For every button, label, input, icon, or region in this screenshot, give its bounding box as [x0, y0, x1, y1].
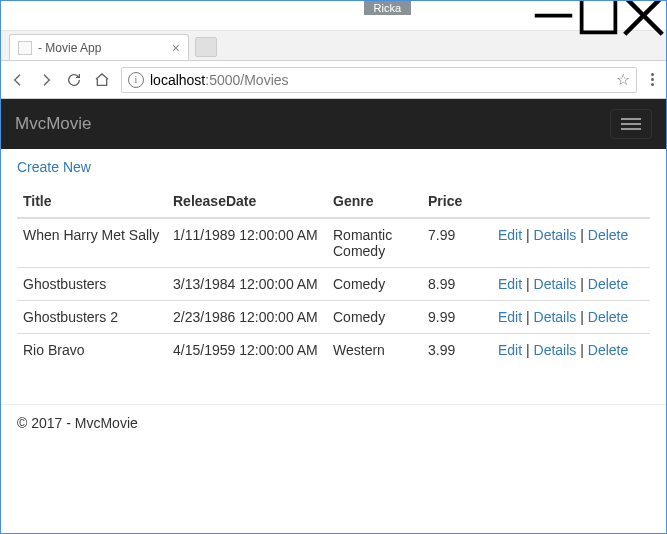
cell-price: 9.99	[422, 301, 492, 334]
forward-button[interactable]	[37, 71, 55, 89]
edit-link[interactable]: Edit	[498, 309, 522, 325]
cell-price: 7.99	[422, 218, 492, 268]
browser-toolbar: i localhost:5000/Movies ☆	[1, 61, 666, 99]
table-row: Rio Bravo4/15/1959 12:00:00 AMWestern3.9…	[17, 334, 650, 367]
home-button[interactable]	[93, 71, 111, 89]
tab-title: - Movie App	[38, 41, 166, 55]
back-button[interactable]	[9, 71, 27, 89]
new-tab-button[interactable]	[195, 37, 217, 57]
col-releasedate: ReleaseDate	[167, 185, 327, 218]
table-row: Ghostbusters 22/23/1986 12:00:00 AMComed…	[17, 301, 650, 334]
cell-title: Ghostbusters	[17, 268, 167, 301]
delete-link[interactable]: Delete	[588, 309, 628, 325]
table-row: When Harry Met Sally1/11/1989 12:00:00 A…	[17, 218, 650, 268]
col-actions	[492, 185, 650, 218]
favicon	[18, 41, 32, 55]
cell-actions: Edit | Details | Delete	[492, 268, 650, 301]
cell-genre: Comedy	[327, 301, 422, 334]
browser-menu-button[interactable]	[647, 73, 658, 86]
edit-link[interactable]: Edit	[498, 276, 522, 292]
col-title: Title	[17, 185, 167, 218]
table-row: Ghostbusters3/13/1984 12:00:00 AMComedy8…	[17, 268, 650, 301]
delete-link[interactable]: Delete	[588, 227, 628, 243]
window-minimize-button[interactable]	[531, 1, 576, 30]
hamburger-icon	[621, 118, 641, 120]
cell-actions: Edit | Details | Delete	[492, 334, 650, 367]
cell-releasedate: 2/23/1986 12:00:00 AM	[167, 301, 327, 334]
reload-button[interactable]	[65, 71, 83, 89]
col-genre: Genre	[327, 185, 422, 218]
col-price: Price	[422, 185, 492, 218]
cell-genre: Comedy	[327, 268, 422, 301]
footer-separator	[1, 404, 666, 405]
create-new-link[interactable]: Create New	[17, 159, 91, 175]
tab-close-icon[interactable]: ×	[172, 40, 180, 56]
brand-link[interactable]: MvcMovie	[15, 114, 92, 134]
url-text: localhost:5000/Movies	[150, 72, 289, 88]
table-header-row: Title ReleaseDate Genre Price	[17, 185, 650, 218]
cell-actions: Edit | Details | Delete	[492, 301, 650, 334]
delete-link[interactable]: Delete	[588, 342, 628, 358]
site-info-icon[interactable]: i	[128, 72, 144, 88]
delete-link[interactable]: Delete	[588, 276, 628, 292]
cell-title: Rio Bravo	[17, 334, 167, 367]
cell-releasedate: 1/11/1989 12:00:00 AM	[167, 218, 327, 268]
page-content: Create New Title ReleaseDate Genre Price…	[1, 149, 666, 386]
bookmark-star-icon[interactable]: ☆	[616, 70, 630, 89]
details-link[interactable]: Details	[534, 309, 577, 325]
window-maximize-button[interactable]	[576, 1, 621, 30]
cell-genre: Western	[327, 334, 422, 367]
cell-releasedate: 3/13/1984 12:00:00 AM	[167, 268, 327, 301]
browser-tab[interactable]: - Movie App ×	[9, 34, 189, 60]
cell-releasedate: 4/15/1959 12:00:00 AM	[167, 334, 327, 367]
cell-price: 8.99	[422, 268, 492, 301]
cell-actions: Edit | Details | Delete	[492, 218, 650, 268]
window-close-button[interactable]	[621, 1, 666, 30]
page-footer: © 2017 - MvcMovie	[1, 415, 666, 443]
cell-price: 3.99	[422, 334, 492, 367]
app-navbar: MvcMovie	[1, 99, 666, 149]
details-link[interactable]: Details	[534, 227, 577, 243]
address-bar[interactable]: i localhost:5000/Movies ☆	[121, 67, 637, 93]
svg-rect-1	[582, 0, 616, 32]
cell-title: Ghostbusters 2	[17, 301, 167, 334]
details-link[interactable]: Details	[534, 276, 577, 292]
cell-title: When Harry Met Sally	[17, 218, 167, 268]
user-tag: Ricka	[364, 1, 412, 15]
edit-link[interactable]: Edit	[498, 342, 522, 358]
cell-genre: Romantic Comedy	[327, 218, 422, 268]
edit-link[interactable]: Edit	[498, 227, 522, 243]
details-link[interactable]: Details	[534, 342, 577, 358]
window-titlebar: Ricka	[1, 1, 666, 31]
movies-table: Title ReleaseDate Genre Price When Harry…	[17, 185, 650, 366]
navbar-toggle-button[interactable]	[610, 109, 652, 139]
